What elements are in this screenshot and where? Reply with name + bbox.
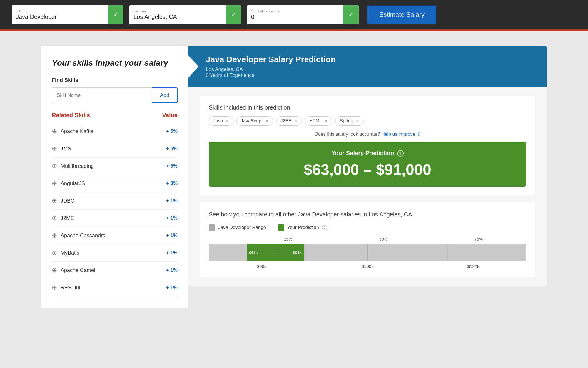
skill-row: ⊕ Apache Camel + 1% xyxy=(52,262,178,279)
prediction-body: Skills included in this prediction Java … xyxy=(188,87,547,286)
legend-green-box xyxy=(278,224,284,231)
add-skill-icon[interactable]: ⊕ xyxy=(52,284,57,291)
skills-included-section: Skills included in this prediction Java … xyxy=(200,96,535,195)
remove-skill-icon[interactable]: ✕ xyxy=(324,119,328,123)
add-skill-icon[interactable]: ⊕ xyxy=(52,214,57,222)
divider-50 xyxy=(368,244,368,261)
prediction-help-icon[interactable]: ? xyxy=(322,225,327,230)
skills-list: ⊕ Apache Kafka + 5% ⊕ JMS + 5% ⊕ Multith… xyxy=(52,123,178,296)
dollar-labels: $66k $100k $122k xyxy=(209,261,526,269)
skill-name: Apache Cassandra xyxy=(61,233,106,239)
salary-prediction-title: Your Salary Prediction ? xyxy=(218,150,517,157)
skill-name: Apache Kafka xyxy=(61,128,93,135)
prediction-title: Java Developer Salary Prediction xyxy=(206,55,535,64)
estimate-salary-button[interactable]: Estimate Salary xyxy=(368,6,436,24)
remove-skill-icon[interactable]: ✕ xyxy=(294,119,298,123)
job-title-input[interactable] xyxy=(16,14,104,20)
skill-left: ⊕ J2ME xyxy=(52,214,74,222)
skill-value: + 1% xyxy=(166,233,178,238)
skill-value: + 5% xyxy=(166,146,178,152)
compare-title: See how you compare to all other Java De… xyxy=(209,210,526,218)
skill-tag: HTML ✕ xyxy=(305,116,333,126)
location-check-button[interactable]: ✓ xyxy=(226,5,241,24)
job-title-field[interactable]: Job Title ✓ xyxy=(12,5,123,24)
skill-name: J2ME xyxy=(61,215,74,221)
skill-value: + 1% xyxy=(166,285,178,291)
skill-row: ⊕ JDBC + 1% xyxy=(52,192,178,210)
job-title-check-button[interactable]: ✓ xyxy=(108,5,123,24)
skill-tag: JavaScript ✕ xyxy=(236,116,273,126)
experience-field[interactable]: Years of Experience ✓ xyxy=(247,5,359,24)
chart-legend: Java Developer Range Your Prediction ? xyxy=(209,224,526,231)
right-panel: Java Developer Salary Prediction Los Ang… xyxy=(188,46,547,308)
skill-left: ⊕ RESTful xyxy=(52,284,80,291)
skill-left: ⊕ AngularJS xyxy=(52,180,85,187)
green-salary-bar: $63k — $91k xyxy=(247,244,304,261)
skill-left: ⊕ MyBatis xyxy=(52,249,79,257)
add-skill-icon[interactable]: ⊕ xyxy=(52,145,57,152)
skill-row: ⊕ Apache Cassandra + 1% xyxy=(52,227,178,244)
skill-tag: J2EE ✕ xyxy=(276,116,302,126)
dollar-122k: $122k xyxy=(420,264,526,269)
experience-check-button[interactable]: ✓ xyxy=(343,5,359,24)
skill-row: ⊕ JMS + 5% xyxy=(52,140,178,158)
dollar-100k: $100k xyxy=(315,264,420,269)
skill-row: ⊕ RESTful + 1% xyxy=(52,279,178,296)
experience-input[interactable] xyxy=(251,14,339,20)
accuracy-link[interactable]: Help us improve it! xyxy=(381,132,420,137)
left-panel-headline: Your skills impact your salary xyxy=(52,58,178,68)
bar-track: $63k — $91k xyxy=(209,244,526,261)
skill-left: ⊕ Apache Kafka xyxy=(52,127,93,135)
skill-left: ⊕ JMS xyxy=(52,145,71,152)
dollar-66k: $66k xyxy=(209,264,315,269)
skill-row: ⊕ Multithreading + 5% xyxy=(52,158,178,175)
skill-name: JMS xyxy=(61,146,71,152)
skill-tag-name: J2EE xyxy=(280,118,292,124)
legend-item-range: Java Developer Range xyxy=(209,224,266,231)
skill-tag-name: JavaScript xyxy=(241,118,263,124)
percent-25: 25% xyxy=(240,237,336,241)
add-skill-icon[interactable]: ⊕ xyxy=(52,249,57,257)
skill-name: MyBatis xyxy=(61,250,79,256)
skill-name: JDBC xyxy=(61,198,74,204)
add-skill-icon[interactable]: ⊕ xyxy=(52,197,57,205)
skill-left: ⊕ Multithreading xyxy=(52,162,94,170)
salary-prediction-box: Your Salary Prediction ? $63,000 – $91,0… xyxy=(209,142,526,187)
job-title-label: Job Title xyxy=(16,9,104,13)
skill-value: + 5% xyxy=(166,163,178,169)
remove-skill-icon[interactable]: ✕ xyxy=(265,119,269,123)
location-label: Location xyxy=(133,9,222,13)
add-skill-icon[interactable]: ⊕ xyxy=(52,266,57,274)
accuracy-question: Does this salary look accurate? xyxy=(315,132,380,137)
prediction-experience: 0 Years of Experience xyxy=(206,72,535,78)
skill-left: ⊕ Apache Camel xyxy=(52,266,95,274)
legend-item-prediction: Your Prediction ? xyxy=(278,224,327,231)
skill-name: RESTful xyxy=(61,285,80,291)
add-skill-icon[interactable]: ⊕ xyxy=(52,232,57,239)
skill-value: + 1% xyxy=(166,250,178,256)
add-skill-button[interactable]: Add xyxy=(152,87,178,103)
add-skill-icon[interactable]: ⊕ xyxy=(52,180,57,187)
bar-max-label: $91k xyxy=(293,251,302,255)
skill-row: ⊕ AngularJS + 3% xyxy=(52,175,178,192)
add-skill-icon[interactable]: ⊕ xyxy=(52,162,57,170)
salary-box-title-text: Your Salary Prediction xyxy=(331,150,394,157)
add-skill-icon[interactable]: ⊕ xyxy=(52,127,57,135)
skill-tag-name: Spring xyxy=(340,118,353,124)
value-header-label: Value xyxy=(162,112,178,119)
accuracy-text: Does this salary look accurate? Help us … xyxy=(209,132,526,137)
skill-row: ⊕ Apache Kafka + 5% xyxy=(52,123,178,140)
percent-50: 50% xyxy=(336,237,431,241)
skill-left: ⊕ JDBC xyxy=(52,197,74,205)
skill-value: + 1% xyxy=(166,215,178,221)
remove-skill-icon[interactable]: ✕ xyxy=(225,119,229,123)
skill-name-input[interactable] xyxy=(52,87,152,103)
location-input[interactable] xyxy=(133,14,222,20)
skill-name: AngularJS xyxy=(61,180,85,187)
skill-value: + 1% xyxy=(166,267,178,273)
skill-left: ⊕ Apache Cassandra xyxy=(52,232,106,239)
salary-help-icon[interactable]: ? xyxy=(397,150,404,157)
location-field[interactable]: Location ✓ xyxy=(129,5,241,24)
prediction-location: Los Angeles, CA xyxy=(206,67,535,72)
remove-skill-icon[interactable]: ✕ xyxy=(356,119,359,123)
